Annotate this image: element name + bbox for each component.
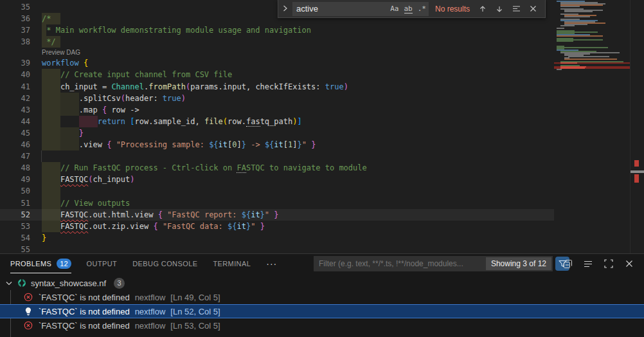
code-line-38[interactable]: 38 */ — [0, 36, 554, 48]
code-line-52[interactable]: 52 FASTQC.out.html.view { "FastQC report… — [0, 209, 554, 221]
code-line-45[interactable]: 45 } — [0, 127, 554, 139]
problem-location: [Ln 52, Col 5] — [170, 307, 220, 316]
problem-message: `FASTQC` is not defined — [39, 293, 130, 302]
line-content: /* — [42, 13, 51, 24]
collapse-all-icon[interactable] — [560, 257, 575, 271]
problem-location: [Ln 49, Col 5] — [170, 293, 220, 302]
line-content: ch_input = Channel.fromPath(params.input… — [42, 81, 348, 93]
line-number: 42 — [0, 93, 30, 104]
nextflow-file-icon — [17, 278, 27, 287]
maximize-panel-icon[interactable] — [602, 257, 616, 271]
line-number: 52 — [0, 209, 30, 221]
overview-ruler[interactable] — [630, 0, 644, 253]
toggle-replace-icon[interactable] — [278, 5, 292, 14]
code-line-42[interactable]: 42 .splitCsv(header: true) — [0, 93, 554, 104]
match-case-icon[interactable]: Aa — [390, 5, 398, 13]
line-content: FASTQC.out.zip.view { "FastQC data: ${it… — [42, 221, 265, 232]
view-as-table-icon[interactable] — [581, 257, 595, 271]
code-line-49[interactable]: 49 FASTQC(ch_input) — [0, 174, 554, 185]
find-next-icon[interactable] — [496, 5, 503, 13]
minimap-line — [557, 28, 564, 29]
whole-word-icon[interactable]: ab — [404, 5, 413, 13]
panel-tab-problems[interactable]: PROBLEMS12 — [10, 255, 71, 273]
problem-row-3[interactable]: `FASTQC` is not definednextflow[Ln 53, C… — [0, 318, 644, 332]
panel-actions — [560, 256, 636, 271]
ruler-cursor-mark — [631, 170, 644, 173]
ruler-error-mark — [634, 174, 639, 183]
line-content: */ — [42, 36, 56, 48]
problem-message: `FASTQC` is not defined — [39, 307, 130, 316]
code-line-44[interactable]: 44 return [row.sample_id, file(row.fastq… — [0, 116, 554, 127]
minimap-line — [557, 69, 562, 70]
close-panel-icon[interactable] — [622, 257, 636, 271]
problems-filter-input[interactable] — [314, 259, 485, 268]
line-number: 55 — [0, 244, 30, 253]
panel-tab-debug-console[interactable]: DEBUG CONSOLE — [132, 255, 197, 273]
error-icon — [23, 321, 33, 330]
code-line-55[interactable]: 55 — [0, 244, 554, 253]
line-content: // Run FastQC process - Ctrl-click on FA… — [42, 162, 367, 174]
code-line-37[interactable]: 37 * Main workflow demonstrating module … — [0, 24, 554, 36]
code-line-41[interactable]: 41 ch_input = Channel.fromPath(params.in… — [0, 81, 554, 93]
line-content: } — [42, 127, 84, 139]
minimap-line — [564, 16, 590, 17]
code-line-48[interactable]: 48 // Run FastQC process - Ctrl-click on… — [0, 162, 554, 174]
code-line-43[interactable]: 43 .map { row -> — [0, 104, 554, 116]
file-problem-count: 3 — [114, 278, 125, 289]
find-widget: Aa ab .* No results — [278, 0, 546, 18]
code-area[interactable]: 3536/*37 * Main workflow demonstrating m… — [0, 1, 554, 253]
line-number: 37 — [0, 24, 30, 36]
close-find-icon[interactable] — [530, 5, 537, 12]
panel-tab-terminal[interactable]: TERMINAL — [213, 255, 251, 273]
line-content: } — [42, 232, 46, 244]
line-number: 46 — [0, 139, 30, 150]
code-line-39[interactable]: 39workflow { — [0, 57, 554, 69]
regex-icon[interactable]: .* — [418, 5, 426, 13]
code-line-54[interactable]: 54} — [0, 232, 554, 244]
minimap-line — [560, 25, 575, 26]
whole-word-label: ab — [404, 5, 413, 14]
problem-location: [Ln 53, Col 5] — [170, 321, 220, 331]
line-number: 36 — [0, 13, 30, 24]
line-content: .map { row -> — [42, 104, 139, 116]
problems-file-header[interactable]: syntax_showcase.nf3 — [0, 276, 644, 290]
line-content: .splitCsv(header: true) — [42, 93, 186, 104]
problem-row-1[interactable]: `FASTQC` is not definednextflow[Ln 49, C… — [0, 290, 644, 304]
vscode-window: 3536/*37 * Main workflow demonstrating m… — [0, 0, 644, 337]
problems-count-badge: 12 — [57, 259, 71, 269]
line-number: 54 — [0, 232, 30, 244]
indent-guide — [41, 150, 42, 162]
line-number: 43 — [0, 104, 30, 116]
code-line-46[interactable]: 46 .view { "Processing sample: ${it[0]} … — [0, 139, 554, 150]
find-input[interactable] — [292, 4, 388, 14]
line-number: 35 — [0, 1, 30, 13]
code-line-53[interactable]: 53 FASTQC.out.zip.view { "FastQC data: $… — [0, 221, 554, 232]
more-actions-icon[interactable]: ··· — [266, 255, 277, 273]
code-line-50[interactable]: 50 — [0, 185, 554, 197]
line-number: 39 — [0, 57, 30, 69]
minimap[interactable] — [554, 0, 630, 253]
line-number: 50 — [0, 185, 30, 197]
editor-pane[interactable]: 3536/*37 * Main workflow demonstrating m… — [0, 0, 644, 253]
lightbulb-icon — [23, 307, 33, 316]
line-content: // Create input channel from CSV file — [42, 69, 232, 80]
code-line-40[interactable]: 40 // Create input channel from CSV file — [0, 69, 554, 80]
codelens-preview-dag[interactable]: Preview DAG — [0, 48, 554, 57]
problem-source: nextflow — [135, 321, 166, 331]
minimap-line — [568, 56, 609, 57]
minimap-line — [557, 47, 608, 48]
line-content: workflow { — [42, 57, 88, 69]
minimap-line — [557, 41, 573, 42]
line-content: .view { "Processing sample: ${it[0]} -> … — [42, 139, 316, 150]
line-number: 38 — [0, 36, 30, 48]
panel-tab-output[interactable]: OUTPUT — [87, 255, 118, 273]
find-in-selection-icon[interactable] — [512, 5, 521, 12]
chevron-down-icon[interactable] — [4, 281, 14, 286]
line-number: 48 — [0, 162, 30, 174]
find-previous-icon[interactable] — [479, 5, 487, 13]
problem-source: nextflow — [135, 307, 166, 316]
code-line-47[interactable]: 47 — [0, 150, 554, 162]
minimap-line — [560, 6, 580, 7]
problem-row-2[interactable]: `FASTQC` is not definednextflow[Ln 52, C… — [0, 304, 644, 318]
code-line-51[interactable]: 51 // View outputs — [0, 197, 554, 209]
